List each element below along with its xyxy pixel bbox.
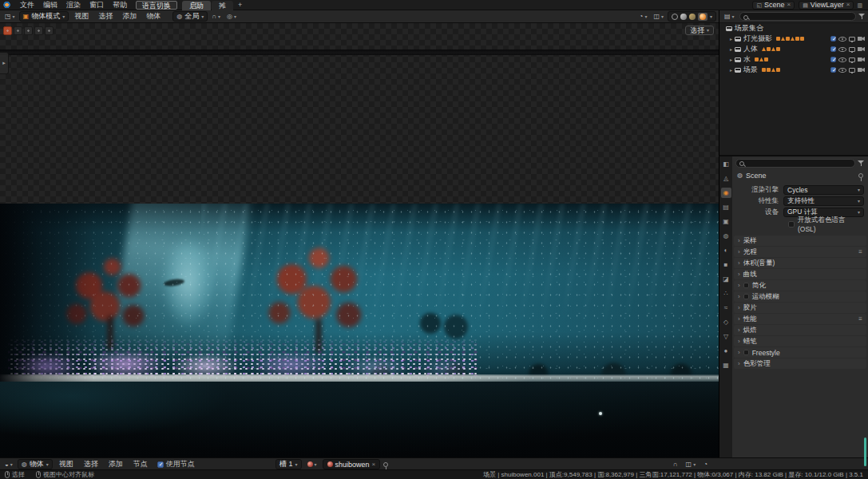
outliner-editor-button[interactable]: ▤ ▾ <box>722 11 737 22</box>
light-object-dot[interactable] <box>599 412 602 415</box>
editor-type-button[interactable]: ◳ ▾ <box>2 11 18 22</box>
section-grease-pencil[interactable]: › 蜡笔 <box>734 336 866 346</box>
section-volumes[interactable]: › 体积(音量) <box>734 258 866 268</box>
menu-icon[interactable]: ≡ <box>858 249 862 255</box>
section-sampling[interactable]: › 采样 <box>734 236 866 246</box>
shader-menu-select[interactable]: 选择 <box>80 459 102 469</box>
solid-shading-button[interactable] <box>680 14 687 20</box>
particles-tab-icon[interactable]: ∴ <box>721 288 731 299</box>
freestyle-checkbox[interactable] <box>743 350 749 355</box>
shader-menu-view[interactable]: 视图 <box>55 459 77 469</box>
viewlayer-tab-icon[interactable]: ▣ <box>721 216 731 227</box>
render-tab-icon[interactable]: ◉ <box>721 188 731 198</box>
copy-viewlayer-button[interactable]: ▥ <box>854 0 865 10</box>
menu-icon[interactable]: ≡ <box>858 316 862 323</box>
camera-icon[interactable] <box>858 68 865 73</box>
simplify-checkbox[interactable] <box>743 283 749 288</box>
exclude-checkbox[interactable] <box>830 46 836 52</box>
menu-edit[interactable]: 编辑 <box>39 0 61 10</box>
mode-select[interactable]: ▣ 物体模式 ▾ <box>19 11 69 22</box>
material-slot-select[interactable]: 槽 1 ▾ <box>275 459 302 469</box>
outliner-search-input[interactable] <box>739 12 856 21</box>
camera-icon[interactable] <box>858 57 865 62</box>
camera-icon[interactable] <box>858 37 865 42</box>
screen-icon[interactable] <box>849 47 855 52</box>
scene-tab-icon[interactable]: ◍ <box>721 231 731 241</box>
snap-toggle[interactable]: ∩ ▾ <box>209 11 223 22</box>
wireframe-shading-button[interactable] <box>672 14 678 20</box>
section-freestyle[interactable]: › Freestyle <box>734 347 866 358</box>
scrollbar-thumb[interactable] <box>864 437 866 466</box>
constraints-tab-icon[interactable]: ◇ <box>721 317 731 327</box>
data-tab-icon[interactable]: ▽ <box>721 331 731 342</box>
motion-blur-checkbox[interactable] <box>743 294 749 299</box>
close-icon[interactable]: × <box>846 2 850 8</box>
viewport-menu-add[interactable]: 添加 <box>118 11 141 22</box>
eye-icon[interactable] <box>838 47 846 52</box>
menu-help[interactable]: 帮助 <box>109 0 131 10</box>
screen-icon[interactable] <box>849 68 855 73</box>
output-tab-icon[interactable]: ▤ <box>721 202 731 212</box>
disclosure-icon[interactable]: ▸ <box>730 47 732 52</box>
filter-icon[interactable] <box>858 160 865 167</box>
filter-icon[interactable] <box>858 13 866 20</box>
material-preview-button[interactable] <box>689 14 696 20</box>
viewport-canvas[interactable]: 选择 ▾ ▸ <box>0 23 719 457</box>
properties-editor-icon[interactable]: ◧ <box>721 159 731 169</box>
physics-tab-icon[interactable]: ≈ <box>721 303 731 313</box>
shader-menu-add[interactable]: 添加 <box>105 459 127 469</box>
workspace-tab[interactable]: 摊 <box>212 1 233 10</box>
menu-window[interactable]: 窗口 <box>85 0 108 10</box>
tool-icon[interactable] <box>34 26 43 35</box>
outliner-row-water[interactable]: ▸ 水 <box>719 54 868 65</box>
outliner-row-human[interactable]: ▸ 人体 <box>719 44 868 54</box>
add-workspace-button[interactable]: + <box>234 1 246 9</box>
render-slot-select[interactable]: 选择 ▾ <box>685 26 714 35</box>
section-performance[interactable]: › 性能 ≡ <box>734 314 866 324</box>
browse-material-button[interactable]: ▾ <box>305 459 319 469</box>
tool-icon[interactable] <box>45 26 54 35</box>
transform-orientation-select[interactable]: ◍ 全局 ▾ <box>172 11 208 22</box>
render-engine-select[interactable]: Cycles ▾ <box>783 185 864 195</box>
tool-tab-icon[interactable]: ◬ <box>721 173 731 184</box>
viewlayer-selector[interactable]: ▤ ViewLayer × <box>799 1 854 10</box>
world-tab-icon[interactable]: ◐ <box>721 245 731 255</box>
language-toggle-button[interactable]: 语言切换 <box>136 1 177 10</box>
workspace-tab-active[interactable]: 启劢 <box>182 1 211 10</box>
tool-icon[interactable] <box>14 26 22 35</box>
section-film[interactable]: › 胶片 <box>734 303 866 313</box>
overlays-toggle[interactable]: ◫ ▾ <box>684 459 699 469</box>
object-visibility-dropdown[interactable]: ◔ ▾ <box>637 11 650 22</box>
unlink-icon[interactable]: × <box>372 461 376 468</box>
menu-render[interactable]: 渲染 <box>62 0 85 10</box>
shader-menu-node[interactable]: 节点 <box>129 459 152 469</box>
texture-tab-icon[interactable]: ▦ <box>721 360 731 370</box>
section-light-paths[interactable]: › 光程 ≡ <box>734 247 866 257</box>
material-name-field[interactable]: shuibowen × <box>323 459 381 469</box>
toolbar-collapse-tab[interactable]: ▸ <box>0 52 9 74</box>
annotate-tool-icon[interactable] <box>3 26 12 35</box>
outliner-row-scene[interactable]: ▸ 场景 <box>719 65 868 75</box>
disclosure-icon[interactable]: ▸ <box>730 57 732 62</box>
overlays-toggle[interactable]: ◫ ▾ <box>651 11 666 22</box>
outliner-row-scene-collection[interactable]: 场景集合 <box>719 23 868 34</box>
eye-icon[interactable] <box>838 57 846 62</box>
viewport-menu-view[interactable]: 视图 <box>70 11 93 22</box>
close-icon[interactable]: × <box>787 2 791 8</box>
exclude-checkbox[interactable] <box>830 36 836 42</box>
feature-set-select[interactable]: 支持特性 ▾ <box>783 196 864 206</box>
scene-selector[interactable]: ◱ Scene × <box>752 1 795 10</box>
camera-icon[interactable] <box>858 47 865 52</box>
viewport-menu-select[interactable]: 选择 <box>94 11 117 22</box>
blender-logo-icon[interactable] <box>3 2 13 9</box>
screen-icon[interactable] <box>849 57 855 62</box>
pin-icon[interactable] <box>858 173 863 178</box>
section-curves[interactable]: › 曲线 <box>734 269 866 279</box>
screen-icon[interactable] <box>849 37 855 42</box>
outliner-row-lights-camera[interactable]: ▸ 灯光摄影 <box>719 34 868 44</box>
tool-icon[interactable] <box>24 26 33 35</box>
section-bake[interactable]: › 烘焙 <box>734 325 866 335</box>
shader-type-select[interactable]: ◍ 物体 ▾ <box>18 459 53 469</box>
osl-checkbox[interactable] <box>788 221 795 228</box>
viewport-menu-object[interactable]: 物体 <box>142 11 164 22</box>
